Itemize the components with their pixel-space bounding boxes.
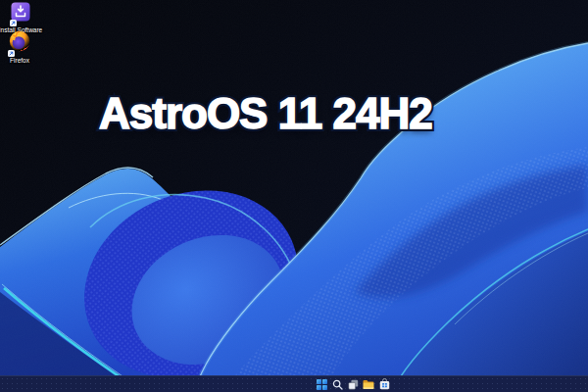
desktop-screen: AstroOS 11 24H2 AstroOS 11 24H2 <box>0 0 588 392</box>
desktop-icon-firefox[interactable]: Firefox <box>0 30 42 65</box>
store-bag-icon <box>379 378 390 390</box>
start-button[interactable] <box>316 377 327 391</box>
desktop-icon-label: Firefox <box>0 57 42 65</box>
search-button[interactable] <box>331 377 343 391</box>
folder-icon <box>363 379 374 390</box>
shortcut-arrow-icon <box>8 50 15 57</box>
installer-box-icon <box>11 2 30 25</box>
shortcut-arrow-icon <box>10 20 17 26</box>
taskbar-items <box>316 376 390 392</box>
file-explorer-button[interactable] <box>363 377 374 391</box>
task-view-icon <box>348 379 359 390</box>
bloom-wallpaper <box>0 0 588 392</box>
desktop-icon-install-software[interactable]: Install Software <box>0 2 43 34</box>
task-view-button[interactable] <box>347 377 359 391</box>
firefox-icon <box>9 30 30 56</box>
windows-start-icon <box>317 379 327 390</box>
taskbar <box>0 375 588 392</box>
search-icon <box>332 379 343 390</box>
microsoft-store-button[interactable] <box>378 377 390 391</box>
